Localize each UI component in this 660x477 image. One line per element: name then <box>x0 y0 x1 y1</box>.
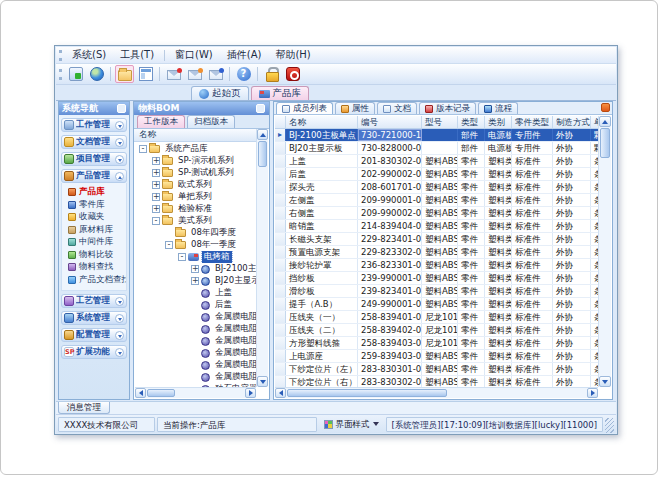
sidebar-item-material-search[interactable]: 物料查找 <box>62 261 126 274</box>
sidebar-group-craft[interactable]: 工艺管理 <box>61 294 127 308</box>
sidebar-group-documents[interactable]: 文档管理 <box>61 135 127 149</box>
tree-node[interactable]: +检验标准 <box>135 203 256 215</box>
sidebar-menu-icon[interactable] <box>117 104 126 113</box>
sidebar-item-product-doc-search[interactable]: 产品文档查找 <box>62 274 126 287</box>
collapse-icon[interactable]: - <box>139 145 147 153</box>
sidebar-item-parts-library[interactable]: 零件库 <box>62 199 126 212</box>
sidebar-item-raw-material-library[interactable]: 原材料库 <box>62 224 126 237</box>
column-header[interactable]: 编号 <box>358 116 422 128</box>
column-header[interactable]: 零件类型 <box>512 116 553 128</box>
menu-item[interactable]: 帮助(H) <box>268 47 317 63</box>
chevron-down-icon[interactable] <box>115 121 124 130</box>
table-row[interactable]: 暗销盖214-839404-01E塑料ABS零件塑料类标准件外协条 <box>275 220 598 233</box>
table-row[interactable]: 滑纱板239-823401-00E塑料ABS零件塑料类标准件外协条 <box>275 285 598 298</box>
expand-icon[interactable]: + <box>152 193 160 201</box>
tree-horizontal-scrollbar[interactable] <box>135 387 256 398</box>
mail-receive-icon[interactable] <box>185 65 204 83</box>
table-row[interactable]: 左侧盖209-990001-01E塑料ABS零件塑料类标准件外协条 <box>275 194 598 207</box>
sidebar-group-work[interactable]: 工作管理 <box>61 118 127 132</box>
expand-icon[interactable]: + <box>152 181 160 189</box>
column-header[interactable]: 类型 <box>458 116 485 128</box>
menu-item[interactable]: 系统(S) <box>65 47 113 63</box>
expand-icon[interactable]: + <box>191 265 199 273</box>
chevron-down-icon[interactable] <box>115 155 124 164</box>
sidebar-group-system[interactable]: 系统管理 <box>61 311 127 325</box>
column-header[interactable]: 型号 <box>422 116 458 128</box>
table-row[interactable]: 下纱定位片（左）283-830301-00E塑料ABS零件塑料类标准件外协条 <box>275 363 598 376</box>
table-row[interactable]: 后盖202-990002-01E塑料ABS零件塑料类标准件外协条 <box>275 168 598 181</box>
tree-node[interactable]: 金属膜电阻器 <box>135 359 256 371</box>
workspace-icon[interactable] <box>66 65 85 83</box>
sidebar-item-favorites[interactable]: 收藏夹 <box>62 211 126 224</box>
table-row[interactable]: 上盖201-830302-00E塑料ABS零件塑料类标准件外协条 <box>275 155 598 168</box>
table-row[interactable]: 右侧盖209-990002-01E塑料ABS零件塑料类标准件外协条 <box>275 207 598 220</box>
sidebar-item-middleware-library[interactable]: 中间件库 <box>62 236 126 249</box>
tree-node[interactable]: -美式系列 <box>135 215 256 227</box>
ui-style-selector[interactable]: 界面样式 <box>319 417 384 432</box>
chevron-down-icon[interactable] <box>115 348 124 357</box>
chevron-down-icon[interactable] <box>115 314 124 323</box>
sidebar-group-projects[interactable]: 项目管理 <box>61 152 127 166</box>
tree-node[interactable]: 金属膜电阻器 <box>135 347 256 359</box>
tab-workflow[interactable]: 流程 <box>478 102 518 114</box>
table-row[interactable]: 长磁头支架229-823401-00E塑料ABS零件塑料类标准件外协条 <box>275 233 598 246</box>
tab-documents[interactable]: 文档 <box>377 102 417 114</box>
menu-item[interactable]: 工具(T) <box>113 47 161 63</box>
table-row[interactable]: 下纱定位片（右）283-830302-00E塑料ABS零件塑料类标准件外协条 <box>275 376 598 387</box>
scroll-right-icon[interactable] <box>245 388 256 398</box>
scroll-thumb[interactable] <box>258 141 267 167</box>
chevron-up-icon[interactable] <box>115 172 124 181</box>
table-row[interactable]: ▸BJ-2100主板单点730-721000-12E 部件电源板专用件外协颗 <box>275 129 598 142</box>
table-row[interactable]: 提手（A.B）249-990001-01E塑料ABS零件塑料类标准件外协条 <box>275 298 598 311</box>
scroll-thumb[interactable] <box>600 128 610 158</box>
mail-send-icon[interactable] <box>206 65 225 83</box>
tree-node[interactable]: +BJ20主显示板 <box>135 275 256 287</box>
tree-node[interactable]: 金属膜电阻器 <box>135 335 256 347</box>
tab-archived-version[interactable]: 归档版本 <box>187 115 235 128</box>
expand-icon[interactable]: + <box>152 205 160 213</box>
mail-new-icon[interactable] <box>164 65 183 83</box>
tree-node[interactable]: 金属膜电阻器 <box>135 323 256 335</box>
folder-open-icon[interactable] <box>115 65 134 83</box>
table-row[interactable]: BJ20主显示板730-828000-04E 部件电源板专用件外协颗 <box>275 142 598 155</box>
scroll-down-icon[interactable] <box>257 376 268 387</box>
message-management-tab[interactable]: 消息管理 <box>58 402 110 414</box>
tree-node[interactable]: 金属膜电阻器 <box>135 311 256 323</box>
scroll-up-icon[interactable] <box>257 129 268 140</box>
scroll-left-icon[interactable] <box>275 388 286 398</box>
grid-vertical-scrollbar[interactable] <box>598 116 611 387</box>
collapse-icon[interactable]: - <box>165 241 173 249</box>
expand-icon[interactable]: + <box>152 169 160 177</box>
bom-panel-menu-icon[interactable] <box>256 104 265 113</box>
menu-item[interactable]: 插件(A) <box>220 47 269 63</box>
tree-node[interactable]: +SP-测试机系列 <box>135 167 256 179</box>
tab-working-version[interactable]: 工作版本 <box>137 115 185 128</box>
table-row[interactable]: 压线夹（一）258-839401-00E尼龙1010零件塑料类标准件外协条 <box>275 311 598 324</box>
tree-node[interactable]: -电烤箱 <box>135 251 256 263</box>
tree-node[interactable]: +欧式系列 <box>135 179 256 191</box>
sidebar-item-material-compare[interactable]: 物料比较 <box>62 249 126 262</box>
table-row[interactable]: 探头壳208-601701-01E塑料ABS零件塑料类标准件外协条 <box>275 181 598 194</box>
help-icon[interactable]: ? <box>234 65 253 83</box>
tree-node[interactable]: 上盖 <box>135 287 256 299</box>
scroll-thumb[interactable] <box>287 389 447 397</box>
tab-member-list[interactable]: 成员列表 <box>276 102 333 114</box>
tree-node[interactable]: -08年一季度 <box>135 239 256 251</box>
scroll-down-icon[interactable] <box>599 376 611 387</box>
table-row[interactable]: 挡纱板239-990001-01E塑料ABS零件塑料类标准件外协条 <box>275 272 598 285</box>
tab-start-page[interactable]: 起始页 <box>191 86 249 100</box>
column-header[interactable]: 类别 <box>485 116 512 128</box>
globe-icon[interactable] <box>87 65 106 83</box>
toolbar-grip[interactable] <box>59 69 62 80</box>
sidebar-group-products[interactable]: 产品管理 <box>61 169 127 183</box>
exit-icon[interactable] <box>283 65 302 83</box>
chevron-down-icon[interactable] <box>115 331 124 340</box>
collapse-icon[interactable]: - <box>178 253 186 261</box>
menu-item[interactable]: 窗口(W) <box>168 47 220 63</box>
tree-column-header[interactable]: 名称 <box>134 129 257 142</box>
collapse-icon[interactable]: - <box>152 217 160 225</box>
layout-icon[interactable] <box>136 65 155 83</box>
tree-node[interactable]: 08年四季度 <box>135 227 256 239</box>
grid-horizontal-scrollbar[interactable] <box>275 387 598 398</box>
resize-grip[interactable] <box>605 418 614 433</box>
